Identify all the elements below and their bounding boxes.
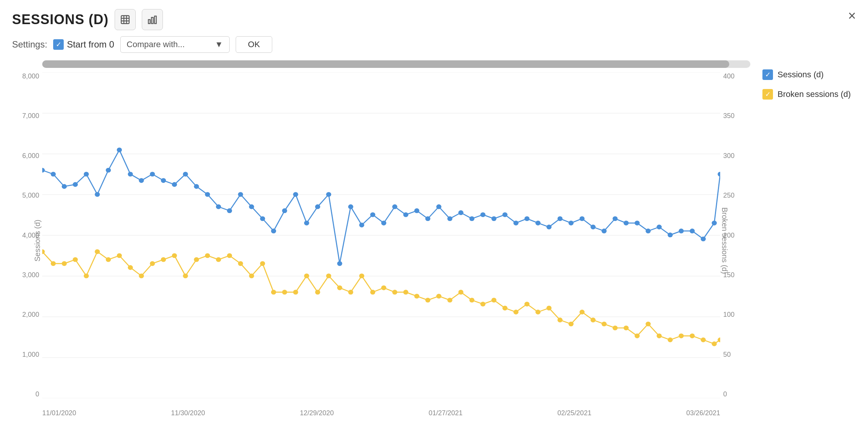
svg-point-28 — [161, 178, 166, 183]
y-left-label-3000: 3,000 — [22, 271, 39, 279]
svg-point-27 — [150, 172, 155, 177]
svg-point-98 — [238, 261, 243, 266]
table-view-button[interactable] — [115, 9, 136, 30]
y-left-label-6000: 6,000 — [22, 152, 39, 160]
settings-row: Settings: ✓ Start from 0 Compare with...… — [12, 36, 856, 53]
svg-point-113 — [403, 290, 408, 295]
start-from-zero-checkbox[interactable]: ✓ — [53, 39, 64, 50]
close-button[interactable]: × — [848, 9, 856, 23]
svg-point-107 — [337, 286, 342, 290]
svg-point-56 — [469, 216, 474, 221]
svg-point-81 — [51, 261, 55, 266]
legend-item-broken-sessions[interactable]: ✓ Broken sessions (d) — [762, 89, 856, 100]
svg-point-41 — [304, 221, 309, 226]
svg-point-102 — [282, 290, 287, 295]
legend-broken-checkbox[interactable]: ✓ — [762, 89, 773, 100]
svg-point-62 — [535, 221, 540, 226]
svg-point-22 — [95, 192, 100, 197]
x-axis: 11/01/2020 11/30/2020 12/29/2020 01/27/2… — [42, 409, 720, 417]
svg-point-59 — [502, 212, 507, 217]
svg-point-82 — [62, 261, 67, 266]
dropdown-arrow-icon: ▼ — [215, 40, 223, 49]
svg-point-114 — [414, 294, 419, 299]
svg-point-117 — [447, 298, 452, 302]
start-from-zero-text: Start from 0 — [67, 39, 114, 50]
svg-point-90 — [150, 261, 155, 266]
chart-svg — [42, 72, 720, 398]
svg-point-79 — [718, 172, 720, 177]
svg-point-132 — [613, 325, 618, 330]
start-from-zero-label[interactable]: ✓ Start from 0 — [53, 39, 114, 50]
svg-point-72 — [646, 229, 650, 233]
svg-point-103 — [293, 290, 298, 295]
y-left-label-0: 0 — [35, 390, 39, 398]
y-right-label-350: 350 — [723, 112, 735, 120]
compare-placeholder: Compare with... — [127, 40, 185, 49]
svg-point-129 — [580, 310, 584, 315]
legend-item-sessions[interactable]: ✓ Sessions (d) — [762, 69, 856, 80]
svg-point-136 — [656, 333, 661, 338]
svg-point-36 — [249, 204, 254, 209]
y-axis-left-title: Sessions (d) — [33, 220, 42, 261]
svg-point-89 — [139, 273, 144, 278]
svg-point-126 — [546, 305, 551, 310]
svg-point-20 — [73, 182, 78, 187]
svg-point-18 — [51, 172, 55, 177]
svg-point-91 — [161, 257, 166, 262]
svg-point-44 — [337, 261, 342, 266]
svg-point-125 — [535, 310, 540, 315]
svg-point-46 — [359, 223, 364, 227]
svg-point-30 — [183, 172, 188, 177]
svg-point-106 — [326, 273, 331, 278]
chart-scrollbar-thumb[interactable] — [42, 60, 729, 68]
svg-point-67 — [590, 225, 595, 230]
svg-point-127 — [557, 318, 562, 322]
svg-point-53 — [436, 204, 441, 209]
page-title: SESSIONS (D) — [12, 12, 109, 28]
bar-chart-button[interactable] — [142, 9, 163, 30]
svg-point-31 — [194, 184, 199, 189]
svg-point-61 — [524, 216, 529, 221]
x-label-3: 12/29/2020 — [300, 409, 334, 417]
svg-point-76 — [690, 229, 695, 233]
svg-point-70 — [624, 221, 629, 226]
svg-point-43 — [326, 192, 331, 197]
svg-point-26 — [139, 178, 144, 183]
y-axis-right-title: Broken sessions (d) — [720, 207, 729, 274]
svg-point-49 — [392, 204, 397, 209]
svg-point-97 — [227, 253, 232, 258]
chart-scrollbar-track[interactable] — [42, 60, 750, 68]
header-row: SESSIONS (D) — [12, 9, 856, 30]
svg-point-96 — [216, 257, 221, 262]
svg-point-68 — [601, 229, 606, 233]
svg-point-85 — [95, 249, 100, 254]
svg-point-110 — [370, 290, 375, 295]
legend-sessions-label: Sessions (d) — [778, 70, 824, 80]
svg-point-33 — [216, 204, 221, 209]
y-left-label-1000: 1,000 — [22, 351, 39, 359]
svg-point-94 — [194, 257, 199, 262]
svg-point-60 — [514, 221, 518, 226]
svg-rect-7 — [155, 16, 156, 24]
sessions-line — [42, 150, 720, 263]
y-right-label-0: 0 — [723, 390, 727, 398]
svg-point-19 — [62, 184, 67, 189]
compare-with-dropdown[interactable]: Compare with... ▼ — [120, 36, 230, 53]
svg-point-133 — [624, 325, 629, 330]
legend-sessions-checkbox[interactable]: ✓ — [762, 69, 773, 80]
ok-button[interactable]: OK — [236, 36, 273, 53]
y-left-label-5000: 5,000 — [22, 192, 39, 200]
svg-point-138 — [679, 333, 684, 338]
svg-point-139 — [690, 333, 695, 338]
y-right-label-50: 50 — [723, 351, 731, 359]
svg-point-75 — [679, 229, 684, 233]
svg-point-118 — [459, 290, 463, 295]
svg-point-47 — [370, 212, 375, 217]
svg-point-92 — [172, 253, 177, 258]
svg-point-121 — [491, 298, 496, 302]
svg-point-135 — [646, 322, 650, 327]
svg-point-17 — [42, 168, 45, 173]
svg-point-65 — [569, 221, 574, 226]
svg-point-122 — [502, 305, 507, 310]
svg-point-39 — [282, 208, 287, 213]
